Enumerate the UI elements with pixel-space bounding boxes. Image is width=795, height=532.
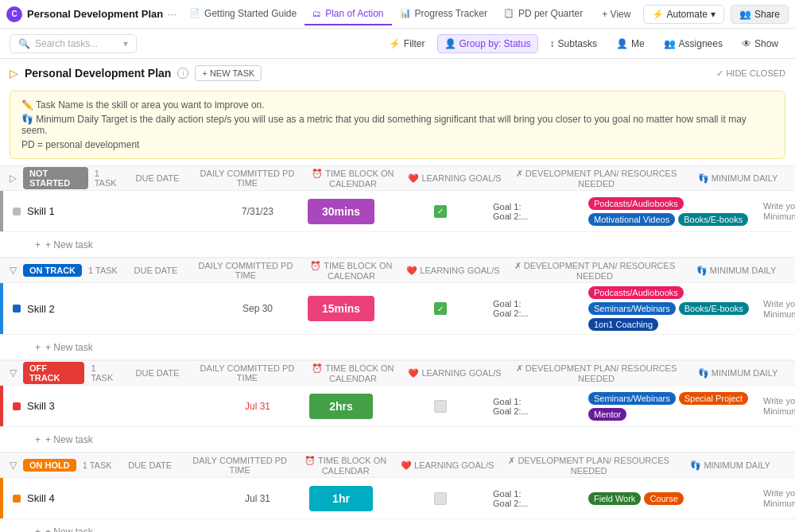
notice-line: PD = personal development bbox=[21, 139, 774, 150]
search-icon: 🔍 bbox=[18, 38, 30, 49]
pd-time-cell[interactable]: 15mins bbox=[289, 296, 393, 321]
group-header-off-track[interactable]: ▽ OFF TRACK 1 TASK DUE DATE DAILY COMMIT… bbox=[0, 360, 795, 386]
col-pdtime-header: DAILY COMMITTED PD TIME bbox=[196, 169, 299, 188]
group-header-not-started[interactable]: ▷ NOT STARTED 1 TASK DUE DATE DAILY COMM… bbox=[0, 165, 795, 191]
task-name[interactable]: Skill 4 bbox=[27, 492, 55, 504]
new-task-button[interactable]: + NEW TASK bbox=[195, 65, 262, 81]
filter-label: Subtasks bbox=[558, 38, 597, 49]
dev-tag: Books/E-books bbox=[679, 302, 749, 315]
group-toggle-on-hold[interactable]: ▽ bbox=[10, 460, 17, 471]
dev-tag: Podcasts/Audiobooks bbox=[588, 286, 684, 299]
status-badge-on-track: ON TRACK bbox=[23, 264, 82, 277]
pd-time-cell[interactable]: 2hrs bbox=[289, 394, 393, 419]
pd-time-cell[interactable]: 1hr bbox=[289, 486, 393, 511]
notice-line: 👣 Minimum Daily Target is the daily acti… bbox=[21, 114, 774, 136]
col-dev-header: ✗ DEVELOPMENT PLAN/ RESOURCES NEEDED bbox=[509, 363, 684, 383]
plus-icon: + bbox=[35, 342, 41, 353]
new-task-label: + New task bbox=[45, 239, 93, 250]
filter-label: Filter bbox=[404, 38, 425, 49]
tab-plan-of-action[interactable]: 🗂Plan of Action bbox=[304, 3, 391, 25]
tab-getting-started[interactable]: 📄Getting Started Guide bbox=[181, 3, 304, 25]
group-toggle-not-started[interactable]: ▷ bbox=[10, 173, 17, 184]
time-block-checkbox[interactable] bbox=[434, 400, 447, 413]
hide-closed-button[interactable]: ✓ HIDE CLOSED bbox=[716, 68, 785, 79]
new-task-row[interactable]: ++ New task bbox=[0, 335, 795, 360]
tab-label-pd-per-quarter: PD per Quarter bbox=[518, 8, 583, 19]
tab-pd-per-quarter[interactable]: 📋PD per Quarter bbox=[495, 3, 591, 25]
task-row: Skill 2 Sep 3015mins✓Goal 1: Goal 2:...P… bbox=[0, 283, 795, 335]
search-box[interactable]: 🔍 Search tasks... ▾ bbox=[10, 34, 137, 53]
group-count-on-hold: 1 TASK bbox=[83, 460, 112, 470]
task-name[interactable]: Skill 3 bbox=[27, 400, 55, 412]
filter-label: Group by: Status bbox=[460, 38, 531, 49]
new-task-row[interactable]: ++ New task bbox=[0, 232, 795, 258]
tab-label-getting-started: Getting Started Guide bbox=[204, 8, 297, 19]
main-content: ▷ Personal Development Plan i + NEW TASK… bbox=[0, 59, 795, 532]
app-icon: C bbox=[6, 6, 22, 22]
dev-tag: Seminars/Webinars bbox=[588, 302, 676, 315]
time-block-cell: ✓ bbox=[393, 302, 488, 315]
add-view-button[interactable]: + View bbox=[595, 5, 637, 24]
col-pdtime-header: DAILY COMMITTED PD TIME bbox=[196, 363, 299, 382]
task-row: Skill 4 Jul 311hrGoal 1: Goal 2:...Field… bbox=[0, 478, 795, 519]
tab-progress-tracker[interactable]: 📊Progress Tracker bbox=[392, 3, 495, 25]
filter-btn-subtasks[interactable]: ↕Subtasks bbox=[543, 34, 604, 53]
dev-tag: Field Work bbox=[588, 492, 641, 505]
dev-tag: Books/E-books bbox=[678, 213, 748, 226]
group-count-not-started: 1 TASK bbox=[95, 169, 119, 188]
pd-time-cell[interactable]: 30mins bbox=[289, 199, 393, 224]
group-header-on-track[interactable]: ▽ ON TRACK 1 TASK DUE DATE DAILY COMMITT… bbox=[0, 258, 795, 283]
section-heading: Personal Development Plan bbox=[25, 67, 171, 80]
task-name-cell: Skill 1 bbox=[3, 205, 226, 217]
filter-btn-assignees[interactable]: 👥Assignees bbox=[657, 34, 730, 53]
time-block-checkbox[interactable] bbox=[434, 492, 447, 505]
pd-time-tag: 30mins bbox=[308, 199, 374, 224]
content-area: ▷ Personal Development Plan i + NEW TASK… bbox=[0, 59, 795, 532]
col-mindaily-header: 👣 MINIMUM DAILY bbox=[688, 266, 784, 276]
automate-button[interactable]: ⚡ Automate ▾ bbox=[643, 5, 724, 24]
task-name[interactable]: Skill 2 bbox=[27, 303, 55, 315]
col-dev-header: ✗ DEVELOPMENT PLAN/ RESOURCES NEEDED bbox=[502, 456, 677, 476]
group-toggle-off-track[interactable]: ▽ bbox=[10, 367, 17, 379]
filter-btn-group-by-status[interactable]: 👤Group by: Status bbox=[437, 34, 538, 53]
task-color-dot bbox=[13, 305, 21, 313]
dev-tag: Mentor bbox=[588, 408, 626, 421]
filter-label: Assignees bbox=[679, 38, 723, 49]
automate-icon: ⚡ bbox=[652, 9, 664, 20]
page-title: Personal Development Plan bbox=[27, 8, 163, 20]
filter-icon: 👥 bbox=[664, 38, 676, 49]
min-daily-cell: Write your 👣 Minimum Target here. bbox=[758, 198, 795, 224]
learning-cell: Goal 1: Goal 2:... bbox=[488, 486, 584, 511]
due-date-cell[interactable]: Jul 31 bbox=[226, 401, 289, 412]
col-timeblock-header: ⏰ TIME BLOCK ON CALENDAR bbox=[304, 261, 399, 281]
new-task-row[interactable]: ++ New task bbox=[0, 519, 795, 532]
due-date-cell[interactable]: 7/31/23 bbox=[226, 206, 289, 217]
col-dev-header: ✗ DEVELOPMENT PLAN/ RESOURCES NEEDED bbox=[507, 261, 682, 281]
col-pdtime-header: DAILY COMMITTED PD TIME bbox=[188, 456, 292, 475]
time-block-cell bbox=[393, 492, 488, 505]
share-button[interactable]: 👥 Share bbox=[731, 5, 789, 24]
time-block-checkbox[interactable]: ✓ bbox=[434, 205, 447, 218]
top-bar-right: ⚡ Automate ▾ 👥 Share bbox=[643, 5, 789, 24]
due-date-cell[interactable]: Sep 30 bbox=[226, 303, 289, 314]
time-block-checkbox[interactable]: ✓ bbox=[434, 302, 447, 315]
learning-cell: Goal 1: Goal 2:... bbox=[488, 199, 584, 224]
due-date-cell[interactable]: Jul 31 bbox=[226, 493, 289, 504]
min-daily-cell: Write your 👣 Minimum Target here. bbox=[758, 393, 795, 419]
col-pdtime-header: DAILY COMMITTED PD TIME bbox=[194, 261, 297, 280]
group-toggle-on-track[interactable]: ▽ bbox=[10, 265, 17, 276]
filter-btn-show[interactable]: 👁Show bbox=[735, 34, 785, 53]
tab-icon-pd-per-quarter: 📋 bbox=[503, 8, 514, 18]
filter-btn-me[interactable]: 👤Me bbox=[609, 34, 652, 53]
tab-label-progress-tracker: Progress Tracker bbox=[415, 8, 487, 19]
time-block-cell: ✓ bbox=[393, 205, 488, 218]
pd-time-tag: 2hrs bbox=[309, 394, 373, 419]
dev-plan-cell: Field WorkCourse bbox=[584, 489, 758, 508]
learning-cell: Goal 1: Goal 2:... bbox=[488, 394, 584, 419]
new-task-row[interactable]: ++ New task bbox=[0, 427, 795, 452]
section-title-row: ▷ Personal Development Plan i + NEW TASK… bbox=[0, 59, 795, 87]
info-icon[interactable]: i bbox=[177, 68, 188, 79]
task-name[interactable]: Skill 1 bbox=[27, 205, 55, 217]
group-header-on-hold[interactable]: ▽ ON HOLD 1 TASK DUE DATE DAILY COMMITTE… bbox=[0, 452, 795, 478]
filter-btn-filter[interactable]: ⚡Filter bbox=[382, 34, 432, 53]
